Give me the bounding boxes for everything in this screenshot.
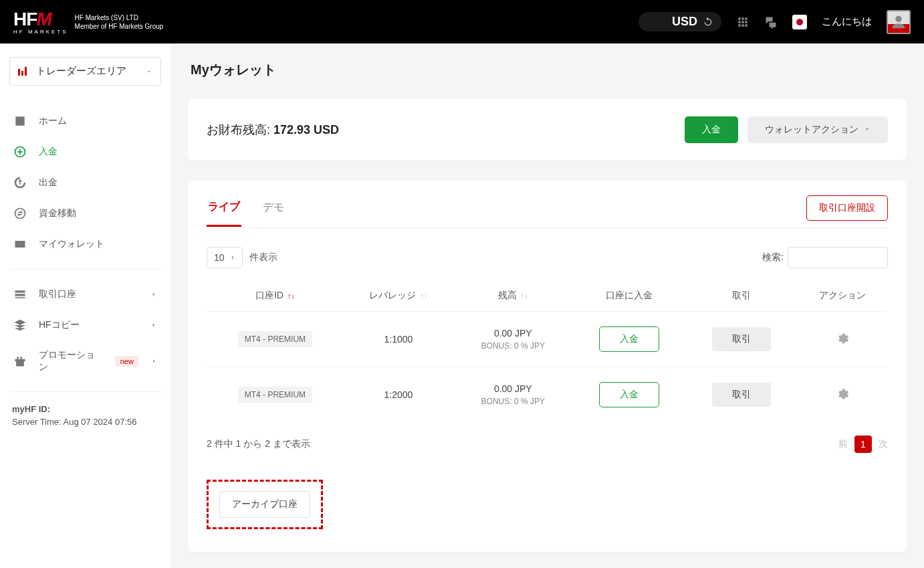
leverage-value: 1:2000: [344, 367, 453, 423]
bars-icon: [18, 67, 27, 76]
account-tag: MT4 - PREMIUM: [238, 387, 312, 403]
bonus-text: BONUS: 0 % JPY: [457, 397, 568, 406]
table-row: MT4 - PREMIUM 1:2000 0.00 JPY BONUS: 0 %…: [207, 367, 888, 423]
sidebar-item-promotion[interactable]: プロモーション new: [9, 341, 161, 382]
page-size-suffix: 件表示: [249, 252, 277, 264]
wallet-actions-button[interactable]: ウォレットアクション: [747, 116, 888, 143]
wallet-icon: [13, 238, 27, 251]
chevron-down-icon: [146, 68, 152, 75]
archive-highlight: アーカイブ口座: [207, 480, 323, 529]
search-label: 検索:: [762, 252, 784, 264]
table-row: MT4 - PREMIUM 1:1000 0.00 JPY BONUS: 0 %…: [207, 312, 888, 367]
sidebar-item-wallet[interactable]: マイウォレット: [9, 229, 161, 260]
sidebar-item-accounts[interactable]: 取引口座: [9, 279, 161, 310]
layers-icon: [13, 318, 27, 332]
tab-live[interactable]: ライブ: [207, 197, 241, 227]
sidebar-item-label: 出金: [39, 177, 57, 189]
sidebar-item-hfcopy[interactable]: HFコピー: [9, 310, 161, 341]
chart-icon: [13, 114, 27, 128]
balance-card: お財布残高: 172.93 USD 入金 ウォレットアクション: [188, 99, 907, 161]
bonus-text: BONUS: 0 % JPY: [457, 341, 568, 351]
server-time: Server Time: Aug 07 2024 07:56: [12, 417, 158, 427]
chevron-right-icon: [150, 322, 157, 328]
sort-icon: [230, 254, 235, 262]
chevron-right-icon: [150, 291, 157, 298]
withdraw-icon: [13, 176, 27, 189]
main: Myウォレット お財布残高: 172.93 USD 入金 ウォレットアクション …: [170, 43, 924, 568]
balance-amount: 0.00 JPY: [457, 328, 568, 339]
sidebar-item-withdraw[interactable]: 出金: [9, 167, 161, 198]
avatar[interactable]: [887, 10, 911, 34]
language-flag[interactable]: [792, 15, 807, 29]
topbar: HFM HF MARKETS HF Markets (SV) LTD Membe…: [0, 0, 924, 43]
balance-amount: 0.00 JPY: [457, 383, 568, 394]
open-account-button[interactable]: 取引口座開設: [806, 195, 888, 221]
area-selector[interactable]: トレーダーズエリア: [9, 57, 161, 86]
tab-demo[interactable]: デモ: [261, 198, 285, 225]
sidebar-item-label: マイウォレット: [39, 238, 104, 250]
transfer-icon: [13, 207, 27, 220]
account-tag: MT4 - PREMIUM: [238, 331, 312, 347]
apps-icon[interactable]: [736, 15, 749, 29]
pager-next[interactable]: 次: [879, 438, 888, 450]
pager-page-1[interactable]: 1: [854, 436, 872, 453]
myhf-id-label: myHF ID:: [12, 404, 50, 414]
sidebar-item-label: 資金移動: [39, 207, 76, 219]
sidebar-item-label: HFコピー: [39, 319, 80, 331]
sidebar-item-label: ホーム: [39, 115, 67, 127]
sidebar-item-home[interactable]: ホーム: [9, 106, 161, 136]
balance-label: お財布残高:: [207, 123, 273, 136]
col-leverage[interactable]: レバレッジ↑↓: [344, 280, 453, 312]
sidebar: トレーダーズエリア ホーム 入金 出金 資金移動 マイウォレット 取引口座: [0, 43, 170, 568]
row-trade-button[interactable]: 取引: [712, 383, 771, 407]
col-id[interactable]: 口座ID↑↓: [207, 280, 344, 312]
sidebar-item-deposit[interactable]: 入金: [9, 136, 161, 167]
table-info: 2 件中 1 から 2 まで表示: [207, 438, 310, 450]
col-balance[interactable]: 残高↑↓: [453, 280, 572, 312]
gear-icon[interactable]: [836, 387, 849, 401]
deposit-icon: [13, 145, 27, 159]
col-deposit: 口座に入金: [572, 280, 685, 312]
col-action: アクション: [797, 280, 888, 312]
row-trade-button[interactable]: 取引: [712, 327, 771, 351]
area-selector-label: トレーダーズエリア: [36, 65, 126, 78]
company-line1: HF Markets (SV) LTD: [75, 13, 164, 22]
logo-text-main: HF: [13, 9, 37, 29]
row-deposit-button[interactable]: 入金: [599, 382, 659, 407]
pager-prev[interactable]: 前: [838, 438, 848, 450]
currency-pill[interactable]: USD: [639, 12, 721, 31]
wallet-actions-label: ウォレットアクション: [765, 124, 858, 134]
divider: [9, 269, 161, 270]
sidebar-item-label: 入金: [39, 146, 57, 158]
currency-label: USD: [672, 15, 697, 29]
company-line2: Member of HF Markets Group: [75, 22, 164, 31]
chat-icon[interactable]: [764, 15, 778, 29]
row-deposit-button[interactable]: 入金: [599, 326, 659, 352]
new-badge: new: [115, 356, 139, 367]
page-title: Myウォレット: [191, 61, 907, 79]
greeting-text: こんにちは: [822, 15, 872, 28]
person-icon: [889, 13, 908, 31]
deposit-button[interactable]: 入金: [685, 116, 738, 143]
logo[interactable]: HFM HF MARKETS HF Markets (SV) LTD Membe…: [13, 9, 163, 35]
balance-value: 172.93 USD: [273, 123, 339, 136]
logo-text-accent: M: [35, 9, 54, 30]
gear-icon[interactable]: [836, 332, 849, 345]
page-size-select[interactable]: 10: [207, 247, 243, 268]
pager: 前 1 次: [838, 436, 888, 453]
col-trade: 取引: [686, 280, 797, 312]
refresh-icon: [703, 17, 713, 27]
chevron-right-icon: [151, 358, 157, 365]
accounts-table: 口座ID↑↓ レバレッジ↑↓ 残高↑↓ 口座に入金 取引 アクション MT4 -…: [207, 280, 888, 422]
chevron-down-icon: [864, 126, 871, 132]
sidebar-item-transfer[interactable]: 資金移動: [9, 198, 161, 229]
archive-accounts-button[interactable]: アーカイブ口座: [219, 491, 310, 518]
accounts-card: ライブ デモ 取引口座開設 10 件表示 検索: 口座ID↑↓: [188, 181, 907, 552]
sidebar-item-label: プロモーション: [39, 349, 99, 373]
gift-icon: [13, 355, 27, 368]
sidebar-item-label: 取引口座: [39, 288, 76, 300]
page-size-value: 10: [214, 252, 225, 263]
search-input[interactable]: [788, 247, 888, 268]
leverage-value: 1:1000: [344, 312, 453, 367]
divider: [9, 391, 161, 392]
